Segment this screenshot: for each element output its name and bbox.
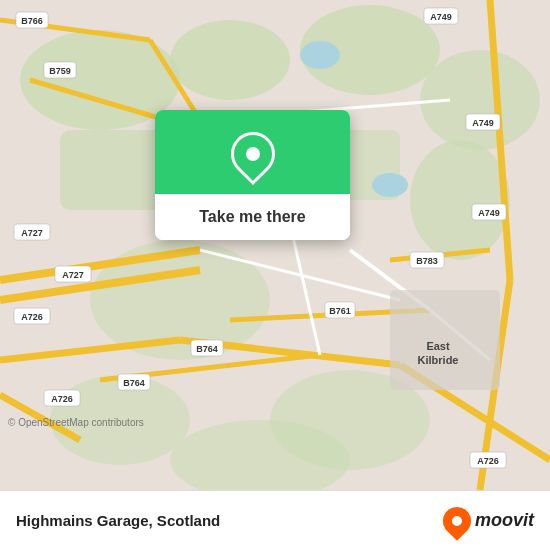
svg-text:B761: B761 (329, 306, 351, 316)
svg-text:A727: A727 (62, 270, 84, 280)
popup-icon-area (155, 110, 350, 194)
moovit-pin-icon (437, 501, 477, 541)
svg-text:East: East (426, 340, 450, 352)
svg-point-2 (170, 20, 290, 100)
svg-point-6 (410, 140, 510, 260)
popup-tail (243, 239, 263, 240)
map-container: B766 A749 B759 A749 A749 A727 A727 B783 … (0, 0, 550, 490)
svg-text:A726: A726 (477, 456, 499, 466)
moovit-logo: moovit (443, 507, 534, 535)
location-info: Highmains Garage, Scotland (16, 512, 220, 529)
svg-text:A749: A749 (430, 12, 452, 22)
moovit-text: moovit (475, 510, 534, 531)
location-pin-icon (221, 123, 283, 185)
location-name: Highmains Garage, Scotland (16, 512, 220, 529)
svg-text:B764: B764 (196, 344, 218, 354)
svg-text:B759: B759 (49, 66, 71, 76)
svg-point-12 (300, 41, 340, 69)
take-me-there-button[interactable]: Take me there (155, 194, 350, 240)
svg-text:B766: B766 (21, 16, 43, 26)
svg-text:A726: A726 (51, 394, 73, 404)
svg-text:A749: A749 (478, 208, 500, 218)
svg-text:Kilbride: Kilbride (418, 354, 459, 366)
osm-attribution: © OpenStreetMap contributors (8, 417, 144, 428)
bottom-bar: Highmains Garage, Scotland moovit (0, 490, 550, 550)
popup-card: Take me there (155, 110, 350, 240)
svg-text:A727: A727 (21, 228, 43, 238)
svg-point-13 (372, 173, 408, 197)
svg-text:B783: B783 (416, 256, 438, 266)
svg-text:A726: A726 (21, 312, 43, 322)
svg-text:A749: A749 (472, 118, 494, 128)
svg-text:B764: B764 (123, 378, 145, 388)
